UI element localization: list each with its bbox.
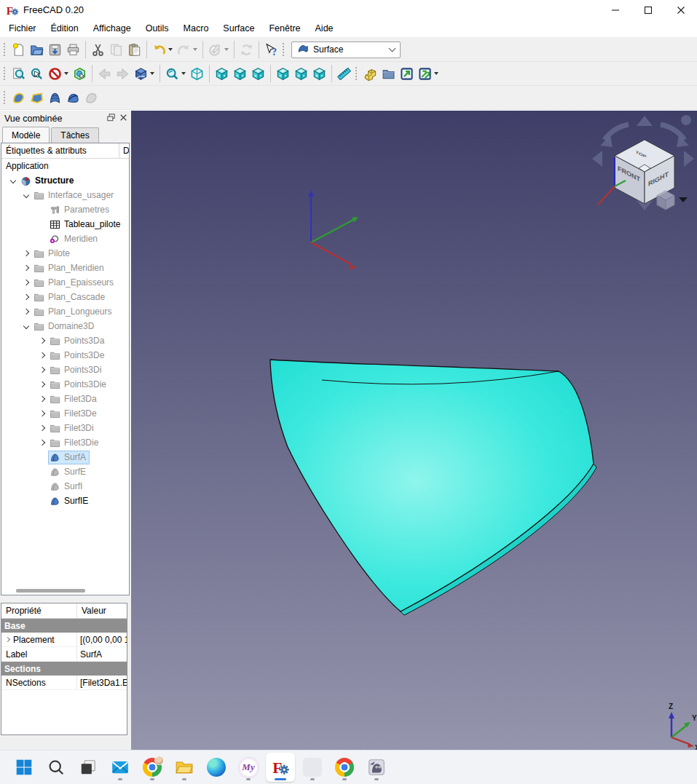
menu-fen-tre[interactable]: Fenêtre: [261, 20, 307, 36]
chevron-right-icon[interactable]: [20, 266, 32, 270]
whats-this-button[interactable]: ?: [262, 40, 280, 60]
tree-item-plan-cascade[interactable]: Plan_Cascade: [1, 290, 129, 304]
new-file-button[interactable]: [9, 40, 28, 60]
property-row-label[interactable]: LabelSurfA: [1, 647, 127, 662]
tree-item-tableau-pilote[interactable]: Tableau_pilote: [1, 217, 129, 231]
cut-button[interactable]: [89, 40, 107, 60]
create-part-button[interactable]: [361, 64, 379, 84]
taskbar-mail[interactable]: [106, 753, 135, 782]
tree-item-surfe[interactable]: SurfE: [1, 464, 129, 479]
bounding-box-button[interactable]: [71, 64, 89, 84]
tree-item-domaine3d[interactable]: Domaine3D: [1, 319, 129, 333]
chevron-down-icon[interactable]: [64, 72, 68, 75]
tree-item-surfa[interactable]: SurfA: [1, 450, 129, 464]
tree-item-filet3de[interactable]: Filet3De: [1, 406, 129, 421]
tree-item-filet3da[interactable]: Filet3Da: [1, 392, 129, 406]
tree-item-points3die[interactable]: Points3Die: [1, 377, 129, 392]
fit-selection-button[interactable]: [28, 64, 46, 84]
chevron-down-icon[interactable]: [150, 72, 154, 75]
horizontal-scrollbar[interactable]: [16, 589, 85, 593]
open-file-button[interactable]: [28, 40, 46, 60]
menu-affichage[interactable]: Affichage: [86, 20, 138, 36]
tree-item-meridien[interactable]: Meridien: [1, 231, 129, 246]
surface-geomfill-button[interactable]: [28, 88, 46, 108]
tree-item-interface-usager[interactable]: Interface_usager: [1, 188, 129, 202]
chevron-down-icon[interactable]: [193, 48, 197, 51]
tree-item-points3de[interactable]: Points3De: [1, 348, 129, 363]
taskbar-freecad[interactable]: F: [266, 753, 295, 782]
tree-item-plan-epaisseurs[interactable]: Plan_Epaisseurs: [1, 275, 129, 290]
taskbar-start[interactable]: [9, 753, 39, 782]
chevron-right-icon[interactable]: [36, 411, 48, 416]
taskbar-chrome-profile[interactable]: [138, 753, 167, 782]
chevron-down-icon[interactable]: [20, 324, 32, 328]
tree-item-pilote[interactable]: Pilote: [1, 246, 129, 261]
menu-surface[interactable]: Surface: [216, 20, 261, 36]
chevron-right-icon[interactable]: [36, 338, 48, 343]
close-panel-icon[interactable]: [118, 112, 129, 125]
close-button[interactable]: [664, 0, 697, 20]
tree-item-application[interactable]: Application: [1, 159, 129, 173]
workbench-selector[interactable]: Surface: [291, 41, 401, 58]
chevron-right-icon[interactable]: [36, 440, 48, 445]
surface-filling-button[interactable]: [9, 88, 28, 108]
tree-item-surfie[interactable]: SurfIE: [1, 494, 129, 508]
chevron-right-icon[interactable]: [20, 251, 32, 256]
chevron-down-icon[interactable]: [7, 178, 19, 183]
chevron-right-icon[interactable]: [36, 353, 48, 357]
menu-aide[interactable]: Aide: [308, 20, 341, 36]
tree-item-surfi[interactable]: SurfI: [1, 479, 129, 494]
toolbar-grip[interactable]: [3, 66, 7, 82]
chevron-down-icon[interactable]: [168, 48, 173, 51]
view-right-button[interactable]: [249, 64, 267, 84]
chevron-down-icon[interactable]: [181, 72, 186, 75]
tab-taches[interactable]: Tâches: [51, 127, 98, 143]
selection-filter-button[interactable]: [46, 64, 71, 84]
chevron-right-icon[interactable]: [20, 280, 32, 285]
measure-distance-button[interactable]: [335, 64, 353, 84]
menu-fichier[interactable]: Fichier: [1, 20, 44, 36]
menu-dition[interactable]: Édition: [44, 20, 86, 36]
chevron-down-icon[interactable]: [224, 48, 229, 51]
toolbar-grip[interactable]: [282, 41, 286, 58]
maximize-button[interactable]: [631, 0, 664, 20]
taskbar-file-explorer[interactable]: [170, 753, 199, 782]
create-group-button[interactable]: [379, 64, 398, 84]
toolbar-grip[interactable]: [3, 90, 7, 106]
tree-item-points3di[interactable]: Points3Di: [1, 363, 129, 377]
chevron-right-icon[interactable]: [20, 309, 32, 314]
chevron-down-icon[interactable]: [434, 72, 438, 75]
taskbar-task-view[interactable]: [74, 753, 103, 782]
undo-button[interactable]: [150, 40, 175, 60]
minimize-button[interactable]: [599, 0, 631, 20]
taskbar-my-app[interactable]: My: [234, 753, 263, 782]
tree-item-points3da[interactable]: Points3Da: [1, 333, 129, 348]
view-left-button[interactable]: [310, 64, 328, 84]
tree-item-plan-longueurs[interactable]: Plan_Longueurs: [1, 304, 129, 319]
property-row-placement[interactable]: Placement[(0,00 0,00 1,: [1, 633, 127, 647]
property-value[interactable]: [Filet3Da1.Ed: [77, 678, 127, 688]
surface-sections-button[interactable]: [46, 88, 64, 108]
tree-item-filet3die[interactable]: Filet3Die: [1, 435, 129, 450]
save-button[interactable]: [46, 40, 64, 60]
surface-curve-on-mesh-button[interactable]: [64, 88, 82, 108]
view-rear-button[interactable]: [274, 64, 292, 84]
view-front-button[interactable]: [213, 64, 231, 84]
tree-item-parametres[interactable]: Parametres: [1, 202, 129, 217]
taskbar-search[interactable]: [42, 753, 71, 782]
float-panel-icon[interactable]: [106, 112, 117, 125]
make-link-button[interactable]: [398, 64, 416, 84]
property-group-sections[interactable]: Sections: [1, 662, 127, 676]
chevron-right-icon[interactable]: [36, 426, 48, 430]
tree-item-filet3di[interactable]: Filet3Di: [1, 421, 129, 435]
chevron-down-icon[interactable]: [20, 193, 32, 197]
view-isometric-button[interactable]: [132, 64, 157, 84]
chevron-right-icon[interactable]: [20, 295, 32, 299]
chevron-right-icon[interactable]: [36, 382, 48, 387]
property-value[interactable]: SurfA: [77, 649, 127, 660]
view-axonometric-button[interactable]: [188, 64, 206, 84]
toolbar-grip[interactable]: [355, 66, 358, 82]
property-value[interactable]: [(0,00 0,00 1,: [77, 635, 127, 645]
taskbar-background-app[interactable]: [298, 753, 327, 782]
fit-all-button[interactable]: [9, 64, 28, 84]
